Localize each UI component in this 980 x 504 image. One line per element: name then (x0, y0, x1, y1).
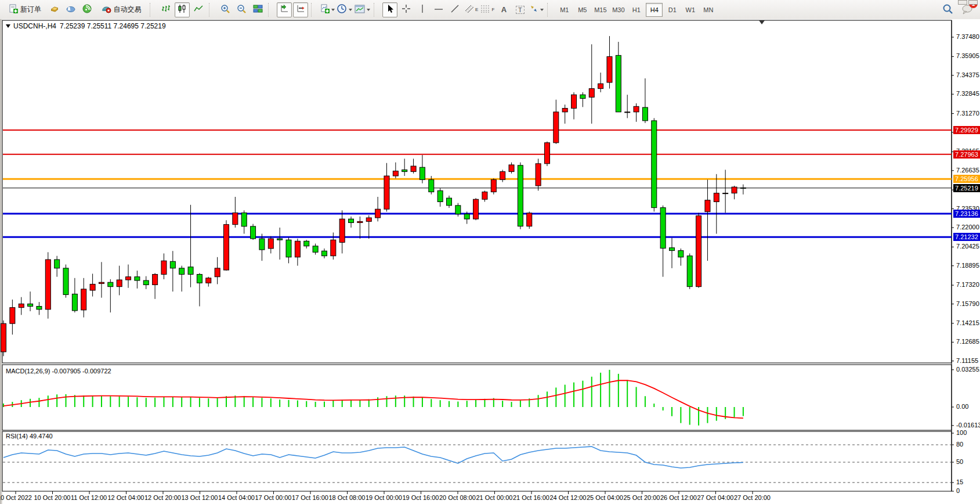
autotrading-icon (102, 4, 111, 15)
chart-shift-marker[interactable] (759, 20, 765, 24)
candle-body (411, 166, 416, 172)
time-axis-label: 18 Oct 08:00 (329, 494, 366, 501)
candle-body (536, 164, 541, 186)
price-axis-label: 7.15790 (956, 300, 979, 307)
time-axis-label: 19 Oct 16:00 (403, 494, 439, 501)
candle-body (170, 261, 175, 268)
arrows-icon (529, 4, 538, 15)
timeframe-button-M5[interactable]: M5 (574, 3, 591, 17)
chart-symbol-timeframe: USDCNH-,H4 (13, 22, 56, 30)
candle-body (687, 256, 692, 287)
horizontal-line-tool-button[interactable] (431, 2, 446, 17)
autotrading-button[interactable]: 自动交易 (96, 2, 147, 17)
timeframe-button-H1[interactable]: H1 (628, 3, 645, 17)
rsi-axis-label: 0 (956, 487, 960, 494)
time-axis-label: 21 Oct 00:00 (476, 494, 513, 501)
chart-title: USDCNH-,H4 7.25239 7.25511 7.24695 7.252… (6, 22, 169, 30)
price-chart-canvas[interactable] (0, 19, 980, 504)
dropdown-caret (540, 9, 544, 11)
tile-windows-button[interactable] (250, 2, 265, 17)
search-button[interactable] (941, 2, 956, 17)
channel-tool-button[interactable]: E (464, 2, 479, 17)
channel-letter: E (475, 7, 478, 12)
candle-body (135, 277, 140, 280)
line-chart-button[interactable] (191, 2, 206, 17)
main-pane-border (2, 20, 952, 363)
candle-body (188, 267, 193, 275)
time-axis-label: 17 Oct 00:00 (255, 494, 292, 501)
arrows-tool-button[interactable] (529, 2, 544, 17)
candlestick-chart-button[interactable] (175, 2, 190, 17)
chart-collapse-icon[interactable] (6, 24, 10, 28)
zoom-out-icon (237, 4, 247, 16)
timeframe-button-M1[interactable]: M1 (556, 3, 573, 17)
cursor-icon (386, 4, 394, 15)
trendline-tool-button[interactable] (447, 2, 462, 17)
vertical-line-icon (420, 4, 425, 15)
candle-body (37, 307, 42, 309)
candle-body (153, 274, 158, 285)
chart-shift-icon (296, 4, 305, 15)
candle-body (580, 95, 585, 98)
bar-chart-button[interactable] (158, 2, 173, 17)
equidistant-channel-icon (464, 4, 475, 15)
bar-chart-icon (161, 4, 171, 15)
timeframe-button-D1[interactable]: D1 (664, 3, 681, 17)
time-axis-label: 21 Oct 16:00 (513, 494, 549, 501)
candle-body (437, 190, 443, 201)
autoscroll-button[interactable] (277, 2, 292, 17)
candle-body (117, 280, 122, 287)
new-order-button[interactable]: 新订单 (4, 2, 46, 17)
timeframe-button-M30[interactable]: M30 (610, 3, 627, 17)
time-axis-label: 13 Oct 12:00 (182, 494, 218, 501)
candle-body (482, 192, 487, 200)
candle-body (420, 167, 425, 179)
time-axis-label: 10 Oct 2022 (0, 494, 32, 501)
autotrading-label: 自动交易 (114, 5, 142, 15)
new-order-label: 新订单 (20, 5, 41, 15)
history-center-button[interactable] (47, 2, 62, 17)
periods-clock-icon (337, 4, 347, 16)
candle-body (321, 251, 327, 255)
zoom-in-button[interactable] (218, 2, 233, 17)
toolbar-separator (209, 3, 212, 17)
signals-button[interactable] (79, 2, 95, 17)
fibonacci-tool-button[interactable]: F (480, 2, 495, 17)
candle-body (72, 294, 77, 311)
toolbar-separator (547, 3, 551, 17)
timeframe-button-W1[interactable]: W1 (682, 3, 699, 17)
text-tool-icon: A (501, 5, 507, 14)
text-tool-button[interactable]: A (496, 2, 511, 17)
label-tool-button[interactable]: T (512, 2, 527, 17)
timeframe-button-M15[interactable]: M15 (592, 3, 609, 17)
zoom-out-button[interactable] (234, 2, 249, 17)
candle-body (402, 170, 407, 171)
candle-body (660, 208, 666, 249)
candle-body (81, 289, 86, 310)
window-button[interactable] (968, 0, 978, 5)
timeframe-button-H4[interactable]: H4 (646, 3, 663, 17)
templates-button[interactable] (354, 2, 371, 17)
timeframe-button-MN[interactable]: MN (700, 3, 717, 17)
cursor-tool-button[interactable] (382, 2, 397, 17)
candle-body (670, 248, 675, 251)
time-axis-label: 11 Oct 12:00 (71, 494, 107, 501)
candlestick-chart-icon (178, 4, 187, 15)
community-button[interactable] (63, 2, 78, 17)
window-button[interactable] (958, 0, 967, 5)
periods-button[interactable] (337, 2, 353, 17)
chart-shift-button[interactable] (293, 2, 308, 17)
candle-body (357, 221, 363, 222)
toolbar-separator (311, 3, 314, 17)
time-axis-label: 10 Oct 20:00 (34, 494, 71, 501)
crosshair-tool-button[interactable] (399, 2, 414, 17)
dropdown-caret (367, 9, 370, 11)
candle-body (339, 219, 345, 242)
vertical-line-tool-button[interactable] (415, 2, 430, 17)
candle-body (509, 165, 514, 172)
candle-body (491, 179, 496, 192)
price-axis-label: 7.26635 (956, 167, 979, 174)
candle-body (375, 209, 381, 218)
indicators-button[interactable] (320, 2, 335, 17)
price-axis-label: 7.31270 (956, 110, 979, 117)
